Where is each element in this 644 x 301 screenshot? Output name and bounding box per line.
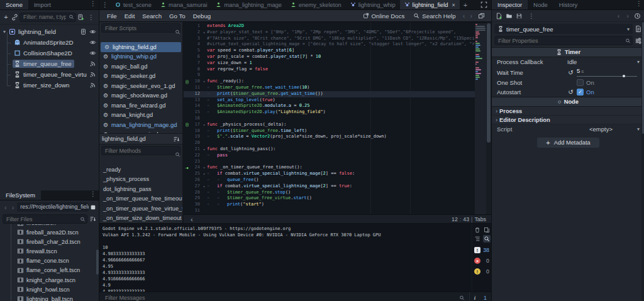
add-node-button[interactable]: + <box>2 13 10 21</box>
file-list-item[interactable]: knight_charge.tscn <box>0 275 99 285</box>
fold-arrow-icon[interactable]: ▾ <box>201 171 207 177</box>
filter-methods-input[interactable] <box>101 146 180 155</box>
code-line[interactable]: 11»$timer_queue_free.set_wait_time(10) <box>184 85 475 91</box>
scene-tree-node[interactable]: AnimatedSprite2D <box>0 37 99 48</box>
script-history-back-icon[interactable]: ‹ <box>461 12 467 19</box>
line-number[interactable]: 14 <box>190 103 201 109</box>
caret-line[interactable]: 12 <box>452 216 458 222</box>
new-resource-icon[interactable] <box>496 13 502 19</box>
line-number[interactable]: 27 <box>190 183 201 190</box>
code-line[interactable]: 18»print($timer_queue_free.time_left) <box>184 128 475 134</box>
code-scrollbar[interactable] <box>486 22 491 215</box>
file-list-item[interactable]: knight_howl.tscn <box>0 285 99 294</box>
line-number[interactable]: 3 <box>190 36 201 42</box>
code-line[interactable]: 6var proj_scale = combat.player_stat[7] … <box>184 54 475 60</box>
scene-tree-node[interactable]: timer_queue_free <box>0 58 99 69</box>
line-number[interactable]: 7 <box>190 60 201 67</box>
file-list-item[interactable]: firewall.tscn <box>0 246 99 256</box>
scene-tab-test_scene[interactable]: test_scene <box>111 0 156 9</box>
wait-time-slider[interactable]: 5s <box>577 67 640 77</box>
group-process[interactable]: › Process <box>492 107 644 116</box>
script-list-item[interactable]: ⚙lightning_field.gd <box>101 42 181 52</box>
scene-tab-lightning_field[interactable]: lightning_field× <box>400 0 460 9</box>
file-list-item[interactable]: fireball_char_2d.tscn <box>0 237 99 246</box>
line-number[interactable]: 1 <box>190 23 201 30</box>
code-editor[interactable]: 1extends Area2D2▾#var player_stat_text =… <box>184 22 491 223</box>
filter-messages-input[interactable] <box>102 293 467 301</box>
code-line[interactable]: 3#"7Attack size", "8Crit chance", "9Crit… <box>184 36 475 42</box>
search-help-button[interactable]: Search Help <box>409 13 459 19</box>
tab-scene[interactable]: Scene <box>0 0 28 9</box>
fs-back-icon[interactable]: ‹ <box>3 204 9 211</box>
line-number[interactable]: 9 <box>190 72 201 79</box>
save-resource-icon[interactable] <box>516 13 523 19</box>
file-sort-icon[interactable] <box>89 216 96 222</box>
code-line[interactable]: 28»»$timer_queue_free.stop() <box>184 190 475 196</box>
line-number[interactable]: 24 <box>190 165 201 171</box>
code-scrollbar-thumb[interactable] <box>487 23 491 143</box>
one-shot-checkbox[interactable] <box>577 79 584 86</box>
method-list-item[interactable]: _on_timer_queue_free_timeout <box>99 194 182 204</box>
signal-icon[interactable] <box>89 71 96 78</box>
editor-layout-menu-icon[interactable]: ⋮ <box>99 1 111 8</box>
scene-tab-mana_lightning_mage[interactable]: mana_lightning_mage <box>211 0 286 9</box>
code-minimap[interactable] <box>475 23 486 215</box>
line-number[interactable]: 29 <box>190 195 201 202</box>
eye-icon[interactable] <box>89 50 96 57</box>
code-line[interactable]: 7var size_down = 1 <box>184 60 475 67</box>
line-number[interactable]: 8 <box>190 67 201 73</box>
eye-icon[interactable] <box>89 28 96 35</box>
file-list-item[interactable]: lightning_ball.tscn <box>0 294 99 301</box>
line-number[interactable]: 26 <box>190 177 201 183</box>
scene-filter-input[interactable] <box>19 13 76 22</box>
fold-arrow-icon[interactable]: ▾ <box>201 146 207 153</box>
code-line[interactable]: 8var regrow_flag = false <box>184 67 475 73</box>
copy-output-icon[interactable] <box>483 226 491 234</box>
line-number[interactable]: 22 <box>190 153 201 159</box>
filesystem-menu-icon[interactable]: ⋮ <box>87 190 99 200</box>
script-list-item[interactable]: ⚙mana_knight.gd <box>99 111 182 121</box>
menu-search[interactable]: Search <box>138 13 165 19</box>
inspector-history-icon[interactable] <box>634 13 641 19</box>
line-number[interactable]: 11 <box>190 85 201 91</box>
line-number[interactable]: 5 <box>190 48 201 54</box>
code-line[interactable]: 26»»queue_free() <box>184 177 475 183</box>
make-floating-icon[interactable] <box>478 13 485 19</box>
code-line[interactable]: 4#virtue_text_special_lightning_mage = [… <box>184 41 475 48</box>
code-line[interactable]: 2▾#var player_stat_text = ["0Hp", "1Mp",… <box>184 30 475 36</box>
add-metadata-button[interactable]: + Add Metadata <box>537 138 599 148</box>
line-number[interactable]: 21 <box>190 146 201 153</box>
signal-icon[interactable] <box>89 82 96 89</box>
file-list-item[interactable]: flame_cone.tscn <box>0 256 99 266</box>
menu-edit[interactable]: Edit <box>121 13 139 19</box>
filter-properties-input[interactable] <box>494 36 633 45</box>
code-line[interactable]: 20 <box>184 140 475 146</box>
tab-filesystem[interactable]: FileSystem <box>0 190 41 200</box>
scene-tree-node[interactable]: CollisionShape2D <box>0 48 99 58</box>
distraction-free-icon[interactable] <box>480 1 487 8</box>
method-list-item[interactable]: _on_timer_queue_free_virtue_ti... <box>99 204 182 214</box>
resource-menu-icon[interactable]: ⋮ <box>526 13 537 19</box>
timer-category-header[interactable]: Timer <box>492 47 644 57</box>
wait-time-value[interactable]: 5 <box>577 67 580 74</box>
instance-scene-button[interactable] <box>11 14 18 21</box>
inspected-node-selector[interactable]: timer_queue_free ▾ <box>494 24 633 34</box>
script-list-item[interactable]: ⚙magic_seeker.gd <box>99 72 182 82</box>
script-dropdown[interactable]: <empty> ▾ <box>567 126 640 133</box>
group-editor-description[interactable]: › Editor Description <box>492 116 644 124</box>
code-line[interactable]: 1extends Area2D <box>184 23 475 30</box>
slider-handle[interactable] <box>623 75 625 77</box>
filter-files-input[interactable] <box>3 214 87 224</box>
filter-scripts-input[interactable] <box>101 23 180 33</box>
line-number[interactable]: 12 <box>190 91 201 97</box>
line-number[interactable]: 10 <box>190 79 201 85</box>
line-number[interactable]: 19 <box>190 134 201 140</box>
fold-arrow-icon[interactable]: ▾ <box>201 79 207 85</box>
fold-arrow-icon[interactable]: ▾ <box>201 122 207 128</box>
line-number[interactable]: 13 <box>190 97 201 104</box>
code-line[interactable]: 14»$AnimatedSprite2D.modulate.a = 0.25 <box>184 103 475 109</box>
code-line[interactable]: 12»print($timer_queue_free.get_wait_time… <box>184 91 475 97</box>
fold-arrow-icon[interactable]: ▾ <box>201 183 207 190</box>
code-line[interactable]: 27▾»if combat.virtue_special_lightning_m… <box>184 183 475 190</box>
scene-tab-enemy_skeleton[interactable]: enemy_skeleton <box>286 0 346 9</box>
